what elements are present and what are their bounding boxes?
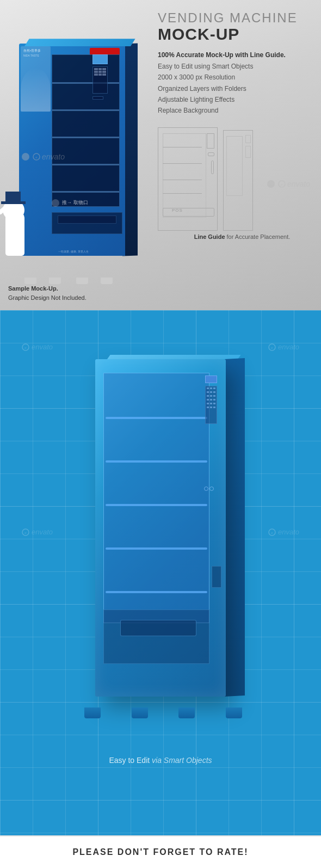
- sample-text: Sample Mock-Up. Graphic Design Not Inclu…: [8, 284, 87, 302]
- blue-panel-screen: [205, 375, 217, 383]
- blue-vm-shelf-3: [106, 504, 207, 506]
- blue-vm-dispense-area: [103, 610, 209, 664]
- feature-list: 100% Accurate Mock-Up with Line Guide. E…: [158, 50, 313, 116]
- right-info-panel: VENDING MACHINE MOCK-UP 100% Accurate Mo…: [152, 0, 321, 310]
- blue-vm-control-panel: [205, 375, 221, 484]
- line-guide-caption: Line Guide for Accurate Placement.: [158, 233, 321, 240]
- blue-vm-foot-4: [226, 707, 242, 718]
- blue-vm-shelf-5: [106, 591, 207, 593]
- blue-vm-main-body: [95, 359, 226, 697]
- blue-vm-shelf-1: [106, 417, 207, 419]
- feature-item-0: 100% Accurate Mock-Up with Line Guide.: [158, 50, 313, 60]
- blue-vm-foot-2: [132, 707, 148, 718]
- diagram-side-view: [223, 130, 253, 231]
- line-guide-diagram: POS: [158, 122, 321, 231]
- feature-item-2: 2000 x 3000 px Resolution: [158, 72, 313, 83]
- title-thin: VENDING MACHINE: [158, 11, 313, 25]
- left-photo-area: 自然•营养多 NIDA TASTE: [0, 0, 152, 310]
- blue-vm-side-control: [212, 566, 221, 588]
- blue-vm-shelf-2: [106, 460, 207, 463]
- coin-circle-1: [204, 487, 208, 491]
- bottom-bar: PLEASE DON'T FORGET TO RATE!: [0, 835, 321, 868]
- coin-circle-2: [209, 487, 214, 491]
- blue-vm-right-face: [224, 358, 245, 697]
- blue-panel-coin-slot: [204, 484, 216, 493]
- blue-vm-foot-3: [178, 707, 195, 718]
- feature-item-1: Easy to Edit using Smart Objects: [158, 61, 313, 72]
- line-guide-area: POS Line Guide for Accurate Placement.: [158, 122, 321, 242]
- feature-item-4: Adjustable Lighting Effects: [158, 94, 313, 105]
- blue-section-caption: Easy to Edit via Smart Objects: [0, 756, 321, 765]
- blue-vm-foot-1: [84, 707, 101, 718]
- blue-section: e envato e envato e envato e envato: [0, 310, 321, 835]
- bottom-bar-text: PLEASE DON'T FORGET TO RATE!: [72, 847, 248, 857]
- diagram-front-view: POS: [158, 127, 218, 231]
- top-section: 自然•营养多 NIDA TASTE: [0, 0, 321, 310]
- blue-vending-machine: [73, 337, 248, 729]
- feature-item-5: Replace Background: [158, 105, 313, 116]
- blue-panel-keypad: [205, 386, 217, 424]
- blue-vm-dispense-slot: [120, 620, 196, 636]
- title-bold: MOCK-UP: [158, 25, 313, 43]
- blue-vm-shelf-4: [106, 547, 207, 550]
- blue-vm-feet: [84, 707, 242, 718]
- blue-vm-glass-door: [103, 373, 209, 623]
- vending-machine-photo: 自然•营养多 NIDA TASTE: [5, 27, 147, 278]
- feature-item-3: Organized Layers with Folders: [158, 83, 313, 94]
